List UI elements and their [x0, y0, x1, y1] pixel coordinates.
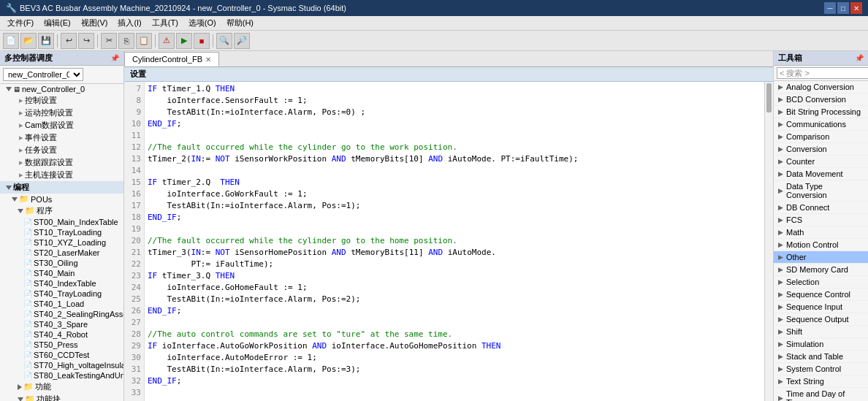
right-sidebar: 工具箱 📌 ▼ ▶ Analog Conversion ▶ BCD Conver…: [773, 51, 868, 401]
tab-close-icon[interactable]: ✕: [205, 56, 211, 64]
paste-button[interactable]: 📋: [136, 33, 152, 49]
tree-item-st80leak[interactable]: 📄 ST80_LeakTestingAndUnlo: [0, 370, 123, 381]
tree-item-task-settings[interactable]: ▸ 任务设置: [0, 144, 123, 156]
menu-options[interactable]: 选项(O): [184, 16, 221, 30]
category-system-control[interactable]: ▶ System Control: [774, 363, 868, 375]
category-sequence-input[interactable]: ▶ Sequence Input: [774, 301, 868, 313]
tree-item-datatrace[interactable]: ▸ 数据跟踪设置: [0, 156, 123, 169]
maximize-button[interactable]: □: [837, 2, 849, 14]
file-icon: ▸: [19, 121, 23, 130]
menu-help[interactable]: 帮助(H): [222, 16, 258, 30]
tree-item-st403spare[interactable]: 📄 ST40_3_Spare: [0, 319, 123, 329]
category-other[interactable]: ▶ Other: [774, 251, 868, 264]
tree-item-st10xyz[interactable]: 📄 ST10_XYZ_Loading: [0, 237, 123, 248]
category-time-day[interactable]: ▶ Time and Day of Time: [774, 388, 868, 401]
build-button[interactable]: ⚠: [159, 33, 175, 49]
category-selection[interactable]: ▶ Selection: [774, 276, 868, 289]
file-icon: 📄: [23, 249, 32, 257]
category-db-connect[interactable]: ▶ DB Connect: [774, 202, 868, 214]
code-editor[interactable]: IF tTimer_1.Q THEN ioInterface.SensorFau…: [145, 82, 764, 401]
menu-insert[interactable]: 插入(I): [113, 16, 145, 30]
tree-item-st60ccd[interactable]: 📄 ST60_CCDTest: [0, 350, 123, 360]
code-header: 设置: [124, 67, 773, 82]
debug-button[interactable]: 🔍: [216, 33, 232, 49]
tab-cylinder-fb[interactable]: CylinderControl_FB ✕: [124, 52, 219, 66]
save-button[interactable]: 💾: [38, 33, 54, 49]
tree-item-motion-settings[interactable]: ▸ 运动控制设置: [0, 107, 123, 119]
category-text-string[interactable]: ▶ Text String: [774, 375, 868, 388]
tree-item-control-settings[interactable]: ▸ 控制设置: [0, 94, 123, 107]
category-conversion[interactable]: ▶ Conversion: [774, 143, 868, 156]
tree-item-programming[interactable]: 编程: [0, 181, 123, 194]
category-motion-control[interactable]: ▶ Motion Control: [774, 239, 868, 251]
tree-item-host-connection[interactable]: ▸ 主机连接设置: [0, 169, 123, 181]
tree-item-st40index[interactable]: 📄 ST40_IndexTable: [0, 278, 123, 289]
toolbox-search-input[interactable]: [777, 67, 868, 79]
expand-icon: [6, 87, 12, 91]
category-data-type-conversion[interactable]: ▶ Data Type Conversion: [774, 180, 868, 202]
copy-button[interactable]: ⎘: [118, 33, 134, 49]
tree-item-cam-settings[interactable]: ▸ Cam数据设置: [0, 119, 123, 131]
menu-file[interactable]: 文件(F): [3, 16, 38, 30]
tree-item-st40tray[interactable]: 📄 ST40_TrayLoading: [0, 289, 123, 299]
tree-item-programs[interactable]: 📁 程序: [0, 205, 123, 217]
category-analog-conversion[interactable]: ▶ Analog Conversion: [774, 81, 868, 93]
expand-arrow: ▶: [778, 145, 783, 153]
search-button[interactable]: 🔎: [234, 33, 250, 49]
tree-item-root[interactable]: 🖥 new_Controller_0: [0, 84, 123, 94]
category-bcd-conversion[interactable]: ▶ BCD Conversion: [774, 93, 868, 106]
new-button[interactable]: 📄: [3, 33, 19, 49]
tree-item-st10[interactable]: 📄 ST10_TrayLoading: [0, 227, 123, 237]
file-icon: 📄: [23, 362, 32, 370]
tree-item-event-settings[interactable]: ▸ 事件设置: [0, 131, 123, 144]
app-icon: 🔧: [6, 3, 17, 13]
tree-item-function-blocks[interactable]: 📁 功能块: [0, 393, 123, 401]
category-fcs[interactable]: ▶ FCS: [774, 214, 868, 226]
category-comparison[interactable]: ▶ Comparison: [774, 131, 868, 143]
sidebar-pin-icon[interactable]: 📌: [110, 54, 119, 62]
category-shift[interactable]: ▶ Shift: [774, 326, 868, 338]
redo-button[interactable]: ↪: [78, 33, 94, 49]
vertical-scrollbar[interactable]: [764, 82, 773, 401]
menu-view[interactable]: 视图(V): [77, 16, 113, 30]
open-button[interactable]: 📂: [20, 33, 37, 49]
stop-button[interactable]: ■: [194, 33, 210, 49]
scrollbar-thumb[interactable]: [766, 83, 772, 112]
category-sequence-output[interactable]: ▶ Sequence Output: [774, 313, 868, 326]
category-math[interactable]: ▶ Math: [774, 226, 868, 239]
category-data-movement[interactable]: ▶ Data Movement: [774, 168, 868, 180]
tree-item-st00[interactable]: 📄 ST00_Main_IndexTable: [0, 217, 123, 227]
tree-item-st402sealing[interactable]: 📄 ST40_2_SealingRingAssem: [0, 309, 123, 319]
category-communications[interactable]: ▶ Communications: [774, 118, 868, 131]
tree-item-pous[interactable]: 📁 POUs: [0, 194, 123, 205]
category-stack-table[interactable]: ▶ Stack and Table: [774, 351, 868, 363]
tree-item-st30[interactable]: 📄 ST30_Oiling: [0, 258, 123, 268]
undo-button[interactable]: ↩: [61, 33, 77, 49]
tree-item-st70high[interactable]: 📄 ST70_High_voltageInsulati: [0, 360, 123, 370]
file-icon: 📄: [23, 259, 32, 267]
category-bit-string[interactable]: ▶ Bit String Processing: [774, 106, 868, 118]
tree-item-st20[interactable]: 📄 ST20_LaserMaker: [0, 248, 123, 258]
expand-arrow: ▶: [778, 121, 783, 128]
expand-icon: [18, 384, 22, 390]
menu-tools[interactable]: 工具(T): [148, 16, 183, 30]
tree-item-functions[interactable]: 📁 功能: [0, 381, 123, 393]
close-button[interactable]: ✕: [850, 2, 862, 14]
menu-edit[interactable]: 编辑(E): [39, 16, 75, 30]
run-button[interactable]: ▶: [176, 33, 192, 49]
controller-dropdown[interactable]: new_Controller_0: [3, 68, 83, 81]
tree-item-st401load[interactable]: 📄 ST40_1_Load: [0, 299, 123, 309]
minimize-button[interactable]: ─: [824, 2, 836, 14]
expand-arrow: ▶: [778, 303, 783, 310]
category-simulation[interactable]: ▶ Simulation: [774, 338, 868, 351]
cut-button[interactable]: ✂: [101, 33, 117, 49]
expand-arrow: ▶: [778, 108, 783, 115]
toolbox-pin-icon[interactable]: 📌: [855, 54, 864, 62]
category-sd-memory[interactable]: ▶ SD Memory Card: [774, 264, 868, 276]
expand-arrow: ▶: [778, 83, 783, 91]
category-counter[interactable]: ▶ Counter: [774, 156, 868, 168]
tree-item-st40main[interactable]: 📄 ST40_Main: [0, 268, 123, 278]
tree-item-st50press[interactable]: 📄 ST50_Press: [0, 340, 123, 350]
tree-item-st404robot[interactable]: 📄 ST40_4_Robot: [0, 329, 123, 340]
category-sequence-control[interactable]: ▶ Sequence Control: [774, 289, 868, 301]
